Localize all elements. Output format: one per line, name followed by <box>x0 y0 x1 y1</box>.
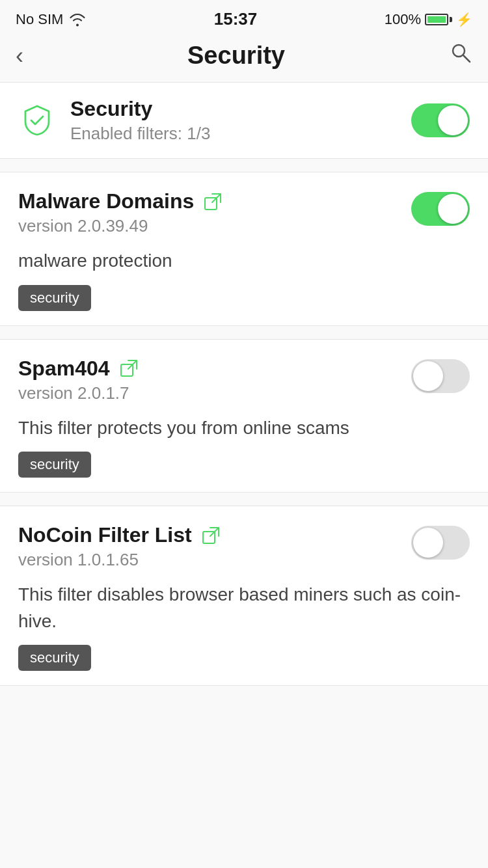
charging-bolt-icon: ⚡ <box>456 12 472 27</box>
toggle-knob-spam404 <box>413 361 443 391</box>
filter-toggle-nocoin-filter-list[interactable] <box>411 526 470 560</box>
carrier-label: No SIM <box>16 11 63 28</box>
external-link-icon-spam404[interactable] <box>119 359 139 378</box>
filter-title-spam404: Spam404 <box>18 357 110 381</box>
main-security-section: Security Enabled filters: 1/3 <box>0 82 488 159</box>
toggle-knob-nocoin-filter-list <box>413 528 443 558</box>
shield-icon <box>18 102 56 139</box>
wifi-icon <box>68 12 87 27</box>
battery-area: 100% ⚡ <box>385 11 472 28</box>
filter-version-nocoin-filter-list: version 1.0.1.65 <box>18 550 401 570</box>
nav-bar: ‹ Security <box>0 34 488 82</box>
filter-title-wrap-nocoin-filter-list: NoCoin Filter List version 1.0.1.65 <box>18 523 401 570</box>
filter-header-nocoin-filter-list: NoCoin Filter List version 1.0.1.65 <box>18 523 470 570</box>
external-link-icon-nocoin-filter-list[interactable] <box>201 526 221 545</box>
filter-tag-nocoin-filter-list: security <box>18 645 91 671</box>
filter-item-nocoin-filter-list: NoCoin Filter List version 1.0.1.65 <box>0 506 488 686</box>
filter-header-spam404: Spam404 version 2.0.1.7 <box>18 357 470 403</box>
status-time: 15:37 <box>214 9 258 29</box>
filters-list: Malware Domains version 2.0.39.49 <box>0 172 488 686</box>
filter-title-wrap-malware-domains: Malware Domains version 2.0.39.49 <box>18 189 401 236</box>
filter-title-nocoin-filter-list: NoCoin Filter List <box>18 523 192 547</box>
filter-desc-spam404: This filter protects you from online sca… <box>18 415 470 442</box>
filter-item-malware-domains: Malware Domains version 2.0.39.49 <box>0 172 488 326</box>
toggle-knob <box>438 105 468 135</box>
status-bar: No SIM 15:37 100% ⚡ <box>0 0 488 34</box>
main-security-info: Security Enabled filters: 1/3 <box>70 97 411 144</box>
filter-version-spam404: version 2.0.1.7 <box>18 383 401 403</box>
toggle-knob-malware-domains <box>438 194 468 224</box>
filter-desc-nocoin-filter-list: This filter disables browser based miner… <box>18 582 470 634</box>
filter-item-spam404: Spam404 version 2.0.1.7 This fi <box>0 339 488 493</box>
external-link-icon-malware-domains[interactable] <box>203 192 223 211</box>
filter-header-malware-domains: Malware Domains version 2.0.39.49 <box>18 189 470 236</box>
main-security-title: Security <box>70 97 411 121</box>
back-button[interactable]: ‹ <box>16 44 23 68</box>
filter-desc-malware-domains: malware protection <box>18 248 470 275</box>
main-security-toggle[interactable] <box>411 103 470 137</box>
carrier-wifi: No SIM <box>16 11 87 28</box>
page-title: Security <box>187 42 285 70</box>
battery-percent: 100% <box>385 11 421 28</box>
battery-icon <box>425 14 452 25</box>
filter-title-malware-domains: Malware Domains <box>18 189 194 213</box>
svg-line-1 <box>463 55 470 62</box>
search-button[interactable] <box>449 41 472 70</box>
filter-toggle-spam404[interactable] <box>411 359 470 393</box>
filter-version-malware-domains: version 2.0.39.49 <box>18 216 401 236</box>
main-security-subtitle: Enabled filters: 1/3 <box>70 124 411 144</box>
filter-tag-malware-domains: security <box>18 285 91 311</box>
filter-title-wrap-spam404: Spam404 version 2.0.1.7 <box>18 357 401 403</box>
filter-tag-spam404: security <box>18 452 91 478</box>
filter-toggle-malware-domains[interactable] <box>411 192 470 226</box>
